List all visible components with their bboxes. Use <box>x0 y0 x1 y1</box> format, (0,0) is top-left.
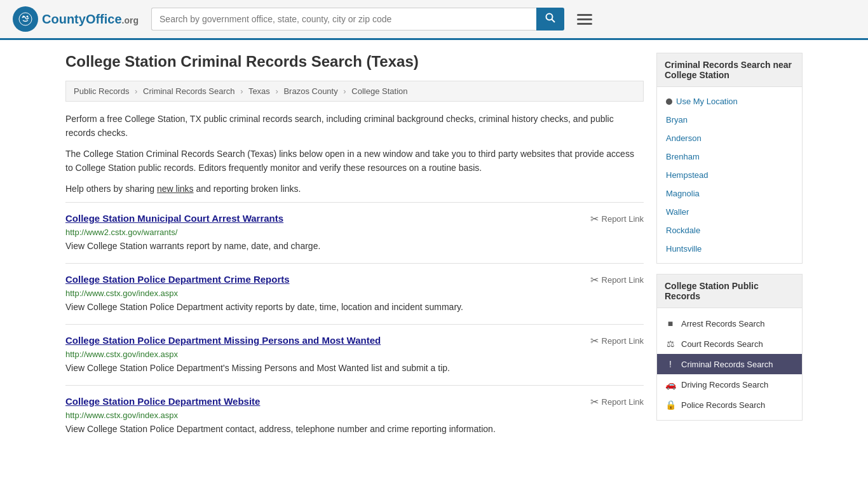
left-content: College Station Criminal Records Search … <box>65 53 644 446</box>
search-container <box>151 8 564 30</box>
report-icon: ✂ <box>590 213 599 225</box>
public-record-item-1[interactable]: ⚖ Court Records Search <box>657 334 802 354</box>
breadcrumb-public-records[interactable]: Public Records <box>74 86 129 96</box>
report-link-button-3[interactable]: ✂ Report Link <box>590 396 644 408</box>
resource-title-2[interactable]: College Station Police Department Missin… <box>65 335 381 346</box>
svg-point-1 <box>23 16 25 18</box>
rec-icon-3: 🚗 <box>665 379 676 390</box>
main-layout: College Station Criminal Records Search … <box>53 40 815 459</box>
page-title: College Station Criminal Records Search … <box>65 53 644 71</box>
resource-header: College Station Municipal Court Arrest W… <box>65 213 644 225</box>
new-links-link[interactable]: new links <box>157 184 194 194</box>
right-sidebar: Criminal Records Search near College Sta… <box>656 53 803 446</box>
public-record-item-0[interactable]: ■ Arrest Records Search <box>657 313 802 334</box>
logo-county: County <box>42 12 86 26</box>
svg-point-3 <box>546 14 553 20</box>
rec-label-4: Police Records Search <box>681 400 765 410</box>
resource-url-1[interactable]: http://www.cstx.gov/index.aspx <box>65 288 644 298</box>
report-link-button-2[interactable]: ✂ Report Link <box>590 335 644 347</box>
nearby-city-waller[interactable]: Waller <box>657 203 802 221</box>
resource-item: College Station Municipal Court Arrest W… <box>65 202 644 263</box>
nearby-city-rockdale[interactable]: Rockdale <box>657 221 802 240</box>
breadcrumb-college-station[interactable]: College Station <box>351 86 407 96</box>
resource-title-0[interactable]: College Station Municipal Court Arrest W… <box>65 213 283 224</box>
search-button[interactable] <box>536 8 564 30</box>
nearby-city-huntsville[interactable]: Huntsville <box>657 240 802 258</box>
site-header: CountyOffice.org <box>0 0 868 40</box>
public-record-item-4[interactable]: 🔒 Police Records Search <box>657 395 802 415</box>
rec-icon-2: ! <box>665 359 676 369</box>
public-records-section: College Station Public Records ■ Arrest … <box>656 274 803 421</box>
resource-title-1[interactable]: College Station Police Department Crime … <box>65 274 290 285</box>
description-para1: Perform a free College Station, TX publi… <box>65 112 644 140</box>
resource-title-3[interactable]: College Station Police Department Websit… <box>65 396 260 407</box>
breadcrumb: Public Records › Criminal Records Search… <box>65 81 644 102</box>
resource-item: College Station Police Department Crime … <box>65 263 644 324</box>
nearby-city-bryan[interactable]: Bryan <box>657 111 802 129</box>
resource-url-2[interactable]: http://www.cstx.gov/index.aspx <box>65 349 644 359</box>
report-icon: ✂ <box>590 274 599 286</box>
resource-header: College Station Police Department Crime … <box>65 274 644 286</box>
logo-tld: .org <box>122 15 139 25</box>
nearby-cities-list: BryanAndersonBrenhamHempsteadMagnoliaWal… <box>657 111 802 258</box>
resource-desc-3: View College Station Police Department c… <box>65 423 644 436</box>
rec-icon-4: 🔒 <box>665 400 676 410</box>
rec-label-2: Criminal Records Search <box>681 360 773 369</box>
rec-icon-1: ⚖ <box>665 339 676 349</box>
logo-office: Office <box>86 12 122 26</box>
logo-icon <box>13 6 38 32</box>
svg-point-0 <box>19 13 32 25</box>
report-link-button-1[interactable]: ✂ Report Link <box>590 274 644 286</box>
resource-desc-1: View College Station Police Department a… <box>65 301 644 314</box>
public-records-header: College Station Public Records <box>657 274 802 308</box>
rec-label-3: Driving Records Search <box>681 380 768 390</box>
nearby-city-brenham[interactable]: Brenham <box>657 147 802 166</box>
nearby-section-body: Use My Location BryanAndersonBrenhamHemp… <box>657 87 802 263</box>
resources-list: College Station Municipal Court Arrest W… <box>65 202 644 446</box>
rec-label-1: Court Records Search <box>681 339 763 349</box>
location-icon <box>666 98 672 105</box>
public-record-item-2[interactable]: ! Criminal Records Search <box>657 354 802 374</box>
svg-point-2 <box>27 16 29 18</box>
description-para3: Help others by sharing new links and rep… <box>65 182 644 196</box>
search-input[interactable] <box>151 8 536 30</box>
rec-label-0: Arrest Records Search <box>681 319 765 329</box>
description-para2: The College Station Criminal Records Sea… <box>65 147 644 175</box>
breadcrumb-texas[interactable]: Texas <box>248 86 270 96</box>
resource-item: College Station Police Department Missin… <box>65 324 644 385</box>
nearby-section: Criminal Records Search near College Sta… <box>656 53 803 264</box>
report-icon: ✂ <box>590 335 599 347</box>
svg-line-4 <box>552 20 555 23</box>
resource-desc-2: View College Station Police Department's… <box>65 362 644 375</box>
resource-desc-0: View College Station warrants report by … <box>65 240 644 253</box>
nearby-section-header: Criminal Records Search near College Sta… <box>657 53 802 87</box>
rec-icon-0: ■ <box>665 318 676 329</box>
breadcrumb-criminal-records[interactable]: Criminal Records Search <box>143 86 235 96</box>
breadcrumb-brazos[interactable]: Brazos County <box>283 86 337 96</box>
report-icon: ✂ <box>590 396 599 408</box>
resource-url-3[interactable]: http://www.cstx.gov/index.aspx <box>65 410 644 420</box>
nearby-city-anderson[interactable]: Anderson <box>657 129 802 147</box>
public-records-body: ■ Arrest Records Search ⚖ Court Records … <box>657 308 802 420</box>
nearby-city-hempstead[interactable]: Hempstead <box>657 166 802 184</box>
resource-header: College Station Police Department Missin… <box>65 335 644 347</box>
nearby-city-magnolia[interactable]: Magnolia <box>657 184 802 203</box>
report-link-button-0[interactable]: ✂ Report Link <box>590 213 644 225</box>
logo-link[interactable]: CountyOffice.org <box>13 6 139 32</box>
public-record-item-3[interactable]: 🚗 Driving Records Search <box>657 374 802 395</box>
resource-header: College Station Police Department Websit… <box>65 396 644 408</box>
use-my-location-link[interactable]: Use My Location <box>657 92 802 111</box>
resource-url-0[interactable]: http://www2.cstx.gov/warrants/ <box>65 227 644 237</box>
menu-button[interactable] <box>577 14 592 25</box>
resource-item: College Station Police Department Websit… <box>65 385 644 446</box>
search-icon <box>545 13 555 23</box>
